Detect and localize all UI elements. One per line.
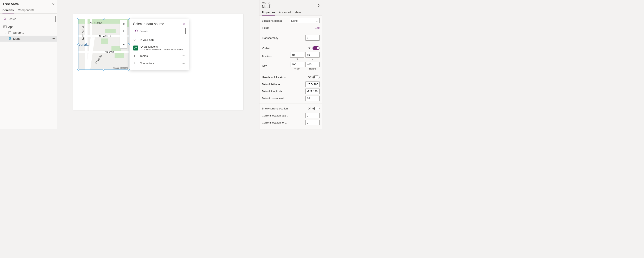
- resize-handle[interactable]: [102, 69, 104, 71]
- show-current-location-toggle[interactable]: [312, 107, 320, 110]
- default-zoom-input[interactable]: [306, 96, 320, 101]
- prop-label-use-default-location: Use default location: [262, 76, 306, 79]
- map-street-label: 148th Ave NE: [82, 25, 85, 40]
- tree-view-title: Tree view: [2, 2, 19, 7]
- prop-label-current-longitude: Current location lon...: [262, 121, 304, 124]
- section-connectors[interactable]: Connectors •••: [130, 60, 189, 67]
- tree-search-input[interactable]: [8, 17, 54, 21]
- control-type: MAP ?: [262, 2, 320, 5]
- map-street-label: NE 51st St: [90, 22, 102, 24]
- help-icon[interactable]: ?: [268, 2, 271, 5]
- edit-link[interactable]: Edit: [315, 26, 320, 29]
- tree-item-label: Map1: [13, 37, 20, 40]
- tree-item-map1[interactable]: Map1 •••: [0, 36, 57, 42]
- chevron-right-icon: [133, 62, 137, 65]
- resize-handle[interactable]: [128, 18, 130, 20]
- data-source-sub: Microsoft Dataverse - Current environmen…: [140, 48, 184, 51]
- dataverse-icon: [133, 46, 138, 51]
- resize-handle[interactable]: [128, 69, 130, 71]
- prop-label-default-longitude: Default longitude: [262, 90, 304, 93]
- tab-properties[interactable]: Properties: [262, 11, 275, 16]
- tree-item-label: App: [8, 25, 14, 29]
- use-default-location-toggle[interactable]: [312, 75, 320, 79]
- prop-label-visible: Visible: [262, 47, 306, 50]
- resize-handle[interactable]: [78, 43, 79, 45]
- resize-handle[interactable]: [78, 18, 79, 20]
- popup-title: Select a data source: [133, 22, 164, 26]
- chevron-down-icon: [133, 39, 137, 41]
- map-icon: [8, 37, 12, 40]
- close-icon[interactable]: ✕: [183, 22, 186, 26]
- prop-label-position: Position: [262, 55, 288, 58]
- tab-advanced[interactable]: Advanced: [279, 11, 291, 16]
- popup-search[interactable]: [133, 28, 186, 34]
- prop-label-locations: Locations(Items): [262, 19, 288, 22]
- prop-label-size: Size: [262, 64, 288, 67]
- size-width-input[interactable]: [290, 62, 304, 67]
- current-latitude-input[interactable]: [306, 113, 320, 118]
- chevron-down-icon: ⌄: [316, 19, 318, 22]
- map-street-label: NE 40th St: [99, 35, 111, 38]
- locations-select[interactable]: None ⌄: [290, 18, 320, 23]
- zoom-out-button[interactable]: −: [120, 34, 127, 41]
- data-source-name: Organizations: [140, 45, 184, 48]
- resize-handle[interactable]: [78, 69, 79, 71]
- position-x-input[interactable]: [290, 52, 304, 58]
- tree-view-panel: Tree view ✕ Screens Components App ⌄ Scr…: [0, 0, 58, 129]
- visible-toggle[interactable]: [312, 46, 320, 50]
- section-tables[interactable]: Tables •••: [130, 52, 189, 60]
- current-longitude-input[interactable]: [306, 120, 320, 125]
- search-icon: [4, 17, 6, 20]
- section-label: Connectors: [140, 62, 182, 65]
- chevron-right-icon: [133, 55, 137, 58]
- svg-rect-3: [5, 26, 6, 28]
- pitch-button[interactable]: ▀: [120, 41, 127, 48]
- tab-ideas[interactable]: Ideas: [294, 11, 301, 16]
- expand-icon[interactable]: ❯: [318, 4, 320, 7]
- tab-components[interactable]: Components: [18, 9, 34, 14]
- map-street-label: NE 30th: [105, 50, 114, 53]
- more-icon[interactable]: •••: [182, 55, 186, 58]
- compass-button[interactable]: ◆: [120, 20, 127, 27]
- search-icon: [135, 29, 138, 33]
- tree-item-label: Screen1: [13, 31, 24, 34]
- map-control[interactable]: 148th Ave NE NE 51st St NE 40th St NE 30…: [78, 19, 129, 70]
- svg-line-8: [137, 32, 138, 33]
- section-in-your-app[interactable]: In your app: [130, 36, 189, 43]
- section-label: Tables: [140, 54, 182, 58]
- popup-search-input[interactable]: [140, 30, 184, 33]
- tree-item-app[interactable]: App: [0, 24, 57, 30]
- default-latitude-input[interactable]: [306, 81, 320, 87]
- resize-handle[interactable]: [102, 18, 104, 20]
- tree-search[interactable]: [2, 16, 56, 22]
- svg-rect-5: [9, 32, 11, 34]
- tree-item-screen1[interactable]: ⌄ Screen1: [0, 30, 57, 36]
- zoom-in-button[interactable]: +: [120, 27, 127, 34]
- map-zoom-controls: ◆ + − ▀: [120, 20, 127, 49]
- svg-line-1: [6, 20, 6, 20]
- more-icon[interactable]: •••: [182, 62, 186, 65]
- section-label: In your app: [140, 38, 186, 41]
- resize-handle[interactable]: [128, 43, 130, 45]
- position-y-input[interactable]: [306, 52, 320, 58]
- app-icon: [3, 25, 6, 29]
- data-source-organizations[interactable]: Organizations Microsoft Dataverse - Curr…: [130, 43, 189, 52]
- toggle-text: On: [308, 47, 311, 50]
- prop-label-default-zoom: Default zoom level: [262, 97, 304, 100]
- size-height-input[interactable]: [306, 62, 320, 67]
- prop-label-default-latitude: Default latitude: [262, 83, 304, 86]
- transparency-input[interactable]: [306, 35, 320, 41]
- canvas: 148th Ave NE NE 51st St NE 40th St NE 30…: [58, 0, 259, 129]
- svg-rect-2: [4, 26, 5, 27]
- default-longitude-input[interactable]: [306, 89, 320, 94]
- more-icon[interactable]: •••: [52, 37, 56, 40]
- control-name[interactable]: Map1: [262, 5, 320, 9]
- tab-screens[interactable]: Screens: [2, 9, 14, 14]
- toggle-text: Off: [308, 107, 311, 110]
- svg-point-6: [10, 38, 10, 39]
- close-icon[interactable]: ✕: [52, 2, 55, 6]
- screen-surface[interactable]: 148th Ave NE NE 51st St NE 40th St NE 30…: [73, 14, 243, 110]
- prop-label-fields: Fields: [262, 26, 313, 29]
- map-place-label: verlake: [79, 43, 90, 47]
- chevron-down-icon: ⌄: [5, 32, 8, 34]
